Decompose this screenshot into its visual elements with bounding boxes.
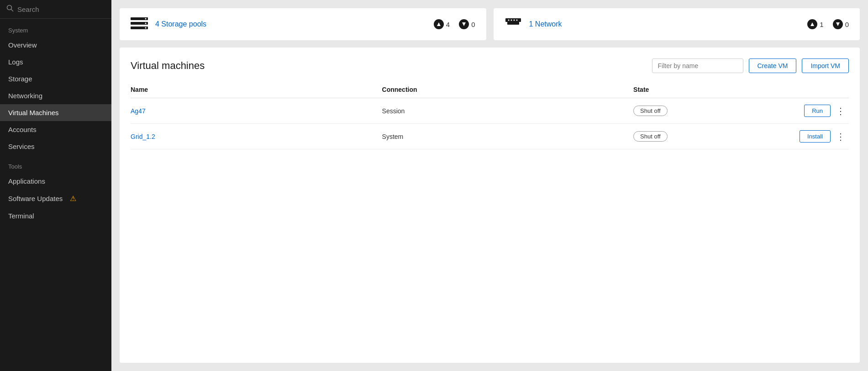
sidebar-item-applications[interactable]: Applications xyxy=(0,173,111,190)
sidebar-item-storage[interactable]: Storage xyxy=(0,70,111,87)
sidebar-item-terminal[interactable]: Terminal xyxy=(0,207,111,224)
top-cards-row: 4 Storage pools 4 0 xyxy=(120,8,860,40)
vm-action-button-1[interactable]: Install xyxy=(800,130,831,143)
sidebar-section-tools: Tools xyxy=(0,155,111,173)
virtual-machines-card: Virtual machines Create VM Import VM Nam… xyxy=(120,48,860,363)
col-header-state: State xyxy=(633,82,777,98)
storage-pools-up-count: 4 xyxy=(446,21,450,28)
svg-marker-9 xyxy=(462,22,466,26)
vm-card-header: Virtual machines Create VM Import VM xyxy=(131,58,849,73)
vm-actions-1: Install ⋮ xyxy=(777,124,849,149)
svg-point-6 xyxy=(145,23,147,24)
warning-icon: ⚠ xyxy=(70,194,76,203)
vm-state-1: Shut off xyxy=(633,124,777,149)
sidebar-item-accounts[interactable]: Accounts xyxy=(0,121,111,138)
vm-filter-input[interactable] xyxy=(652,58,743,73)
search-box[interactable] xyxy=(0,0,111,19)
vm-state-0: Shut off xyxy=(633,98,777,124)
storage-pools-down-stat: 0 xyxy=(459,19,475,29)
col-header-connection: Connection xyxy=(382,82,634,98)
svg-point-16 xyxy=(516,20,517,21)
sidebar-item-logs[interactable]: Logs xyxy=(0,53,111,70)
network-up-icon xyxy=(807,19,817,29)
svg-rect-10 xyxy=(505,18,521,22)
svg-point-15 xyxy=(513,20,515,21)
sidebar-section-system: System xyxy=(0,19,111,37)
storage-pools-card: 4 Storage pools 4 0 xyxy=(120,8,486,40)
vm-state-badge-0: Shut off xyxy=(633,106,668,116)
storage-pools-up-icon xyxy=(434,19,444,29)
vm-state-badge-1: Shut off xyxy=(633,131,668,142)
sidebar: System Overview Logs Storage Networking … xyxy=(0,0,111,371)
vm-name-1[interactable]: Grid_1.2 xyxy=(131,124,382,149)
vm-more-menu-1[interactable]: ⋮ xyxy=(834,132,847,141)
import-vm-button[interactable]: Import VM xyxy=(802,58,849,73)
sidebar-item-software-updates[interactable]: Software Updates ⚠ xyxy=(0,190,111,207)
search-icon xyxy=(6,5,14,14)
storage-pools-down-icon xyxy=(459,19,469,29)
network-down-count: 0 xyxy=(845,21,849,28)
table-row: Grid_1.2 System Shut off Install ⋮ xyxy=(131,124,849,149)
network-down-icon xyxy=(833,19,843,29)
network-icon xyxy=(505,17,522,31)
svg-rect-11 xyxy=(507,22,519,25)
storage-pools-stats: 4 0 xyxy=(434,19,475,29)
vm-actions-0: Run ⋮ xyxy=(777,98,849,124)
vm-action-button-0[interactable]: Run xyxy=(804,105,831,117)
network-card: 1 Network 1 0 xyxy=(494,8,860,40)
sidebar-item-services[interactable]: Services xyxy=(0,138,111,155)
svg-point-14 xyxy=(510,20,512,21)
network-up-stat: 1 xyxy=(807,19,823,29)
network-stats: 1 0 xyxy=(807,19,849,29)
svg-marker-17 xyxy=(810,22,814,26)
storage-pools-down-count: 0 xyxy=(471,21,475,28)
vm-table: Name Connection State Ag47 Session Shut … xyxy=(131,82,849,149)
network-down-stat: 0 xyxy=(833,19,849,29)
network-link[interactable]: 1 Network xyxy=(529,20,562,28)
vm-connection-1: System xyxy=(382,124,634,149)
sidebar-item-networking[interactable]: Networking xyxy=(0,87,111,104)
vm-section-title: Virtual machines xyxy=(131,60,647,72)
search-input[interactable] xyxy=(17,5,105,13)
table-row: Ag47 Session Shut off Run ⋮ xyxy=(131,98,849,124)
network-up-count: 1 xyxy=(820,21,823,28)
storage-pools-link[interactable]: 4 Storage pools xyxy=(155,20,206,28)
vm-table-header-row: Name Connection State xyxy=(131,82,849,98)
create-vm-button[interactable]: Create VM xyxy=(749,58,797,73)
svg-point-13 xyxy=(508,20,509,21)
sidebar-item-overview[interactable]: Overview xyxy=(0,37,111,53)
svg-marker-8 xyxy=(437,22,441,26)
storage-pools-up-stat: 4 xyxy=(434,19,450,29)
vm-name-0[interactable]: Ag47 xyxy=(131,98,382,124)
sidebar-item-virtual-machines[interactable]: Virtual Machines xyxy=(0,104,111,121)
svg-line-1 xyxy=(11,10,13,11)
vm-more-menu-0[interactable]: ⋮ xyxy=(834,106,847,116)
vm-connection-0: Session xyxy=(382,98,634,124)
svg-point-5 xyxy=(145,18,147,20)
svg-marker-18 xyxy=(836,22,840,26)
storage-pool-icon xyxy=(131,17,148,31)
main-content: 4 Storage pools 4 0 xyxy=(111,0,868,371)
svg-point-7 xyxy=(145,27,147,29)
col-header-name: Name xyxy=(131,82,382,98)
